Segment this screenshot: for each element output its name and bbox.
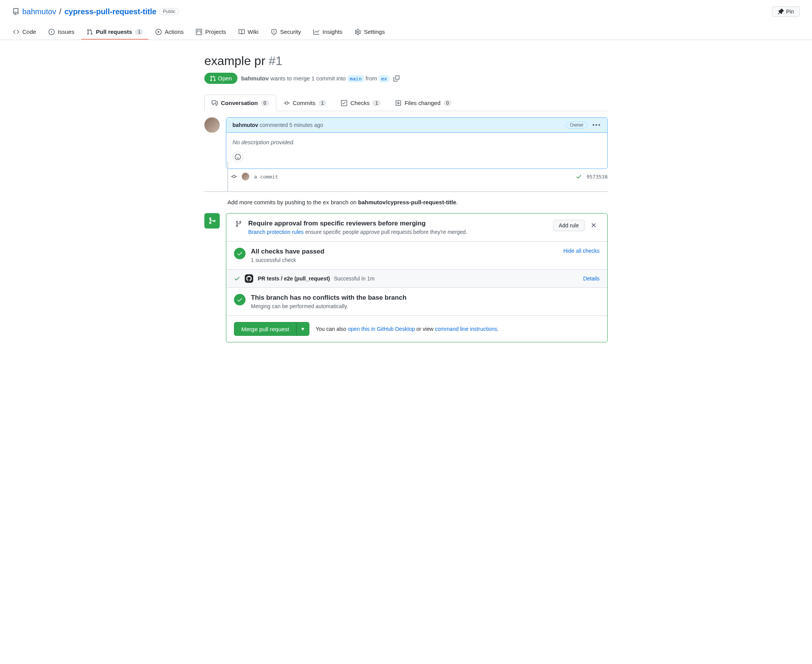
nav-projects[interactable]: Projects	[190, 25, 231, 40]
merge-status-badge	[204, 213, 220, 229]
base-branch[interactable]: main	[348, 75, 364, 82]
nav-issues[interactable]: Issues	[43, 25, 80, 40]
pr-icon	[87, 29, 93, 35]
pin-button[interactable]: Pin	[772, 6, 800, 17]
tab-conversation[interactable]: Conversation0	[204, 95, 276, 111]
projects-icon	[196, 29, 202, 35]
commit-message[interactable]: a commit	[254, 174, 571, 180]
tab-files-changed[interactable]: Files changed0	[388, 95, 459, 111]
visibility-badge: Public	[159, 8, 179, 15]
conflicts-title: This branch has no conflicts with the ba…	[251, 294, 406, 302]
smiley-icon	[235, 154, 241, 160]
cli-instructions-link[interactable]: command line instructions	[435, 326, 497, 332]
commit-sha[interactable]: 9573538	[586, 174, 608, 180]
pr-state-icon	[210, 75, 216, 82]
checks-summary-section: All checks have passed 1 successful chec…	[226, 242, 607, 270]
copy-icon[interactable]	[393, 75, 399, 82]
check-icon[interactable]	[576, 174, 582, 180]
github-logo-icon	[245, 274, 253, 283]
nav-security[interactable]: Security	[266, 25, 306, 40]
commits-icon	[284, 100, 290, 106]
add-reaction-button[interactable]	[232, 152, 243, 162]
conversation-icon	[212, 100, 218, 106]
add-rule-button[interactable]: Add rule	[553, 220, 585, 231]
tab-checks[interactable]: Checks1	[334, 95, 388, 111]
check-circle-icon	[234, 248, 246, 259]
checks-title: All checks have passed	[251, 248, 324, 255]
check-run-row: PR tests / e2e (pull_request) Successful…	[226, 270, 607, 288]
protection-title: Require approval from specific reviewers…	[248, 220, 467, 227]
pin-icon	[778, 8, 784, 15]
commit-row: a commit 9573538	[227, 169, 608, 184]
issues-icon	[48, 29, 55, 35]
owner-badge: Owner	[566, 122, 588, 128]
repo-icon	[12, 8, 19, 15]
checks-icon	[341, 100, 347, 106]
nav-settings[interactable]: Settings	[349, 25, 390, 40]
check-run-name[interactable]: PR tests / e2e (pull_request)	[258, 275, 330, 282]
conflicts-section: This branch has no conflicts with the ba…	[226, 288, 607, 316]
checks-subtitle: 1 successful check	[251, 257, 324, 263]
settings-icon	[355, 29, 361, 35]
branch-protection-section: Require approval from specific reviewers…	[226, 214, 607, 242]
files-icon	[395, 100, 401, 106]
check-circle-icon	[234, 294, 246, 305]
pr-title: example pr #1	[204, 54, 608, 68]
merge-action-section: Merge pull request ▾ You can also open t…	[226, 316, 607, 342]
insights-icon	[313, 29, 319, 35]
nav-wiki[interactable]: Wiki	[233, 25, 264, 40]
nav-actions[interactable]: Actions	[150, 25, 189, 40]
merge-button[interactable]: Merge pull request	[234, 322, 296, 336]
head-branch[interactable]: ex	[379, 75, 389, 82]
comment-box: bahmutov commented 5 minutes ago Owner •…	[226, 117, 608, 169]
repo-nav: Code Issues Pull requests1 Actions Proje…	[0, 25, 812, 40]
merge-dropdown-button[interactable]: ▾	[296, 322, 309, 336]
actions-icon	[155, 29, 162, 35]
comment-author[interactable]: bahmutov	[232, 122, 258, 128]
open-desktop-link[interactable]: open this in GitHub Desktop	[348, 326, 415, 332]
commit-dot-icon	[231, 173, 237, 180]
git-merge-icon	[208, 217, 216, 225]
branch-protection-link[interactable]: Branch protection rules	[248, 229, 304, 235]
push-hint: Add more commits by pushing to the ex br…	[227, 199, 608, 205]
nav-insights[interactable]: Insights	[308, 25, 348, 40]
check-details-link[interactable]: Details	[583, 275, 600, 282]
pr-state-badge: Open	[204, 73, 237, 84]
repo-owner-link[interactable]: bahmutov	[22, 7, 56, 16]
hide-checks-link[interactable]: Hide all checks	[563, 248, 600, 254]
check-icon	[234, 275, 240, 282]
conflicts-subtitle: Merging can be performed automatically.	[251, 303, 406, 309]
close-icon[interactable]: ✕	[588, 220, 600, 231]
nav-pull-requests[interactable]: Pull requests1	[81, 25, 149, 40]
kebab-icon[interactable]: •••	[592, 122, 601, 128]
tab-commits[interactable]: Commits1	[276, 95, 334, 111]
check-run-status: Successful in 1m	[334, 275, 375, 282]
comment-body: No description provided.	[226, 133, 607, 152]
repo-path: bahmutov / cypress-pull-request-title Pu…	[12, 7, 179, 16]
code-icon	[13, 29, 19, 35]
mini-avatar[interactable]	[242, 173, 249, 180]
pr-author[interactable]: bahmutov	[241, 75, 269, 82]
security-icon	[271, 29, 277, 35]
caret-down-icon: ▾	[301, 325, 304, 332]
nav-code[interactable]: Code	[8, 25, 42, 40]
comment-time[interactable]: 5 minutes ago	[289, 122, 323, 128]
avatar[interactable]	[204, 117, 220, 133]
repo-name-link[interactable]: cypress-pull-request-title	[64, 7, 156, 16]
divider	[204, 191, 608, 192]
wiki-icon	[239, 29, 245, 35]
branch-icon	[234, 220, 243, 227]
